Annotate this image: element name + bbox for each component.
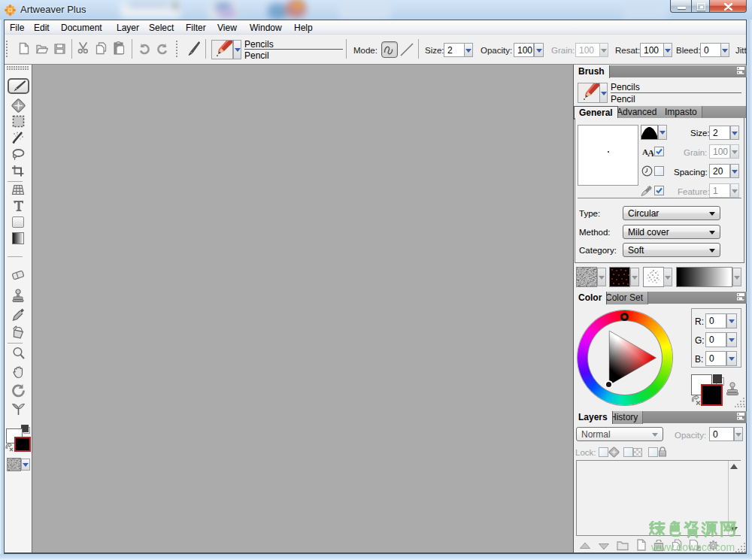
svg-text:A: A <box>647 147 653 157</box>
